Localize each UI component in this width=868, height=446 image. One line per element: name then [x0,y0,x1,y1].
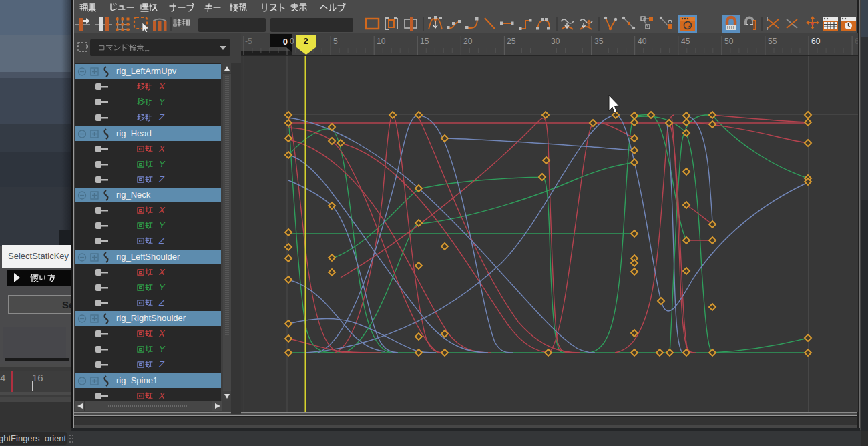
svg-text:15: 15 [420,37,429,46]
svg-text:0: 0 [290,37,294,46]
svg-text:0: 0 [283,37,288,47]
svg-text:5: 5 [333,37,338,46]
svg-text:55: 55 [768,37,777,46]
svg-text:-5: -5 [245,37,252,46]
svg-text:30: 30 [551,37,560,46]
svg-text:35: 35 [594,37,604,46]
svg-text:2: 2 [303,36,308,46]
svg-text:40: 40 [638,37,647,46]
svg-text:25: 25 [507,37,516,46]
svg-text:65: 65 [855,37,858,46]
svg-text:45: 45 [681,37,690,46]
svg-text:20: 20 [463,37,473,46]
svg-text:10: 10 [377,37,386,46]
svg-text:50: 50 [724,37,734,46]
svg-text:60: 60 [811,37,821,46]
